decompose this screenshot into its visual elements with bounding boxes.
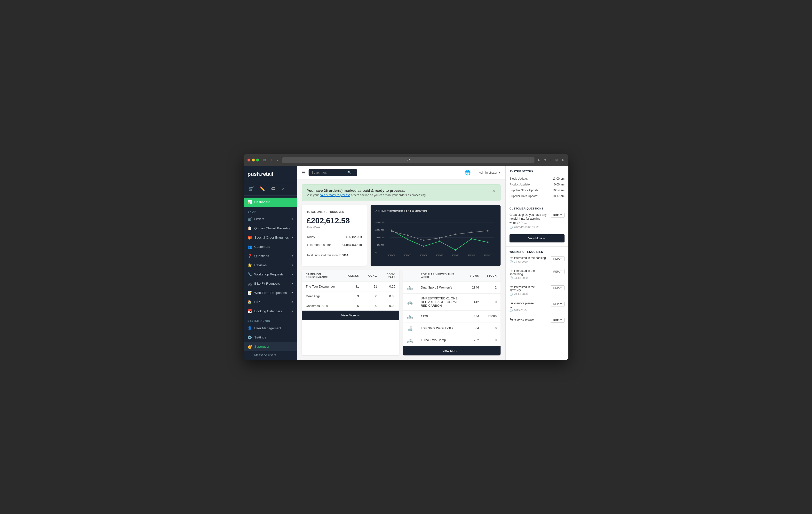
sidebar-submenu-message-users[interactable]: Message Users — [243, 351, 297, 359]
popular-view-more-button[interactable]: View More → — [403, 346, 500, 355]
sidebar-item-orders[interactable]: 🛒 Orders ▾ — [243, 215, 297, 224]
reply-button-e2[interactable]: REPLY — [551, 269, 564, 274]
product-stock-4: 0 — [483, 322, 500, 334]
campaign-rate-1: 0.26 — [381, 282, 399, 291]
alert-link[interactable]: paid & ready to process — [319, 194, 350, 197]
close-button[interactable] — [248, 159, 251, 162]
forward-button[interactable]: › — [276, 158, 280, 163]
workshop-label: Workshop Requests — [254, 273, 284, 276]
enquiry-text-3: I'm interested in the FITTING... — [510, 285, 549, 292]
sidebar-item-quotes[interactable]: 📋 Quotes (Saved Baskets) — [243, 224, 297, 233]
user-menu[interactable]: Administrator ▾ — [479, 171, 500, 174]
product-views-3: 384 — [466, 310, 483, 322]
minimize-button[interactable] — [252, 159, 255, 162]
campaign-view-more-button[interactable]: View More → — [302, 311, 399, 320]
svg-text:2022-09: 2022-09 — [420, 254, 427, 256]
tag-icon[interactable]: 🏷 — [270, 185, 276, 193]
sidebar-item-superuser[interactable]: 👑 Superuser — [243, 342, 297, 351]
topbar-right: 🌐 Administrator ▾ — [465, 170, 500, 175]
svg-text:2,500,000: 2,500,000 — [375, 237, 384, 239]
refresh-icon[interactable]: ↻ — [561, 158, 564, 162]
reply-button-e3[interactable]: REPLY — [551, 285, 564, 290]
question-1: Great blog! Do you have any helpful hint… — [510, 213, 549, 229]
dashboard-icon: 📊 — [248, 200, 252, 204]
enquiry-item-1: I'm interested in the booking... 🕐 23 Ju… — [510, 256, 564, 266]
reply-button-e1[interactable]: REPLY — [551, 256, 564, 261]
sidebar-nav: 📊 Dashboard SHOP 🛒 Orders ▾ 📋 Quotes (Sa… — [243, 196, 297, 360]
clock-icon-e2: 🕐 — [510, 277, 513, 280]
product-stock-5: 0 — [483, 334, 500, 346]
share-icon[interactable]: ⬆ — [544, 158, 547, 162]
campaign-conv-1: 21 — [363, 282, 381, 291]
search-bar[interactable]: 🔍 — [309, 169, 357, 176]
product-stock-1: 2 — [483, 282, 500, 293]
product-name-2: UNRESTRICTED 01 ONE RED AXS EAGLE CORAL … — [417, 293, 466, 310]
campaign-row-3: Christmas 2018 6 0 0.00 — [302, 301, 399, 311]
app-container: push.retail 🛒 ✏️ 🏷 ↗ 📊 Dashboard SHOP 🛒 — [243, 166, 569, 360]
sidebar-item-workshop[interactable]: 🔧 Workshop Requests ▾ — [243, 270, 297, 279]
product-icon-3: 🚲 — [403, 310, 417, 322]
svg-point-21 — [455, 233, 457, 235]
language-icon[interactable]: 🌐 — [465, 170, 471, 175]
back-button[interactable]: ‹ — [269, 158, 273, 163]
user-mgmt-label: User Management — [254, 326, 281, 330]
address-bar[interactable]: 🛡 — [282, 157, 534, 163]
webform-icon: 📝 — [248, 291, 252, 295]
enquiry-text-2: I'm interested in the something... — [510, 269, 549, 276]
pencil-icon[interactable]: ✏️ — [259, 185, 266, 193]
svg-point-30 — [487, 241, 489, 243]
menu-toggle-button[interactable]: ☰ — [302, 170, 306, 175]
grid-icon[interactable]: ⊞ — [555, 158, 558, 162]
sidebar-item-dashboard[interactable]: 📊 Dashboard — [243, 198, 297, 207]
sidebar-item-customers[interactable]: 👥 Customers — [243, 242, 297, 251]
stock-update-value: 13:00 pm — [552, 177, 564, 180]
popular-row-2: 🚲 UNRESTRICTED 01 ONE RED AXS EAGLE CORA… — [403, 293, 500, 310]
sidebar-item-hire[interactable]: 🏠 Hire ▾ — [243, 297, 297, 307]
reply-button-e4[interactable]: REPLY — [551, 302, 564, 307]
sidebar-item-bikefit[interactable]: 🚲 Bike Fit Requests ▾ — [243, 279, 297, 288]
export-icon[interactable]: ↗ — [280, 185, 286, 193]
stock-update-row: Stock Update: 13:00 pm — [510, 176, 564, 181]
sidebar-item-special-orders[interactable]: 🎁 Special Order Enquiries ▾ — [243, 233, 297, 242]
product-name-3: 1120 — [417, 310, 466, 322]
sidebar-item-webform[interactable]: 📝 Web Form Responses ▾ — [243, 288, 297, 297]
tab-icon[interactable]: ⧉ — [262, 158, 267, 163]
sidebar-item-questions[interactable]: ❓ Questions ▾ — [243, 251, 297, 261]
enquiry-item-2: I'm interested in the something... 🕐 23 … — [510, 269, 564, 282]
turnover-menu-button[interactable]: ⋯ — [358, 210, 362, 214]
sidebar-item-settings[interactable]: ⚙️ Settings — [243, 333, 297, 342]
questions-arrow: ▾ — [292, 254, 293, 257]
campaign-clicks-3: 6 — [343, 301, 362, 311]
alert-text: You have 26 order(s) marked as paid & re… — [307, 189, 426, 197]
sidebar-item-reviews[interactable]: ⭐ Reviews ▾ — [243, 261, 297, 270]
month-stat-row: This month so far £1,887,530.18 — [307, 241, 362, 249]
download-icon[interactable]: ⬇ — [538, 158, 540, 162]
popular-table: POPULAR VIEWED THIS WEEK VIEWS STOCK 🚲 D… — [403, 270, 500, 346]
superuser-icon: 👑 — [248, 345, 252, 349]
sidebar: push.retail 🛒 ✏️ 🏷 ↗ 📊 Dashboard SHOP 🛒 — [243, 166, 297, 360]
alert-close-button[interactable]: ✕ — [492, 189, 495, 194]
fullscreen-button[interactable] — [256, 159, 259, 162]
sidebar-logo: push.retail — [243, 166, 297, 182]
product-views-2: 412 — [466, 293, 483, 310]
cart-icon[interactable]: 🛒 — [248, 185, 255, 193]
product-stock-2: 0 — [483, 293, 500, 310]
user-dropdown-icon: ▾ — [499, 171, 500, 174]
chart-card: ONLINE TURNOVER LAST 6 MONTHS 5,000,000 … — [371, 205, 500, 266]
svg-point-22 — [471, 231, 472, 233]
reply-button-1[interactable]: REPLY — [551, 213, 564, 218]
questions-label: Questions — [254, 254, 269, 258]
dashboard-label: Dashboard — [254, 200, 270, 204]
search-input[interactable] — [312, 171, 345, 174]
questions-view-more-button[interactable]: View More → — [510, 234, 564, 242]
supplier-stock-value: 10:54 am — [552, 189, 564, 192]
svg-text:2022-08: 2022-08 — [404, 254, 411, 256]
svg-point-18 — [407, 234, 408, 236]
sidebar-item-user-management[interactable]: 👤 User Management — [243, 324, 297, 333]
reply-button-e5[interactable]: REPLY — [551, 318, 564, 323]
new-tab-icon[interactable]: + — [550, 158, 552, 162]
campaign-header-row: CAMPAIGNPERFORMANCE CLICKS CONV. CONV.RA… — [302, 270, 399, 282]
supplier-stock-label: Supplier Stock Update: — [510, 189, 539, 192]
sidebar-item-booking[interactable]: 📅 Booking Calendars ▾ — [243, 307, 297, 316]
webform-label: Web Form Responses — [254, 291, 287, 294]
